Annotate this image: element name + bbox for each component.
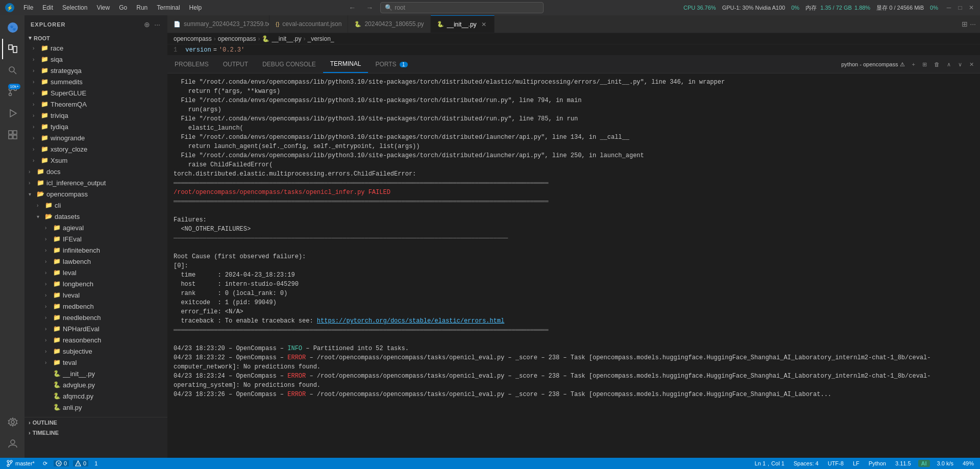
tree-item-lawbench[interactable]: ›📁lawbench [24,256,167,267]
tab-debug-console[interactable]: DEBUG CONSOLE [255,56,323,73]
terminal-content[interactable]: File "/root/.conda/envs/opencompass/lib/… [167,73,980,458]
status-perf[interactable]: 3.0 k/s [935,460,955,466]
tree-item-siqa[interactable]: ›📁siqa [24,54,167,65]
breadcrumb-init-py[interactable]: __init__.py [272,35,301,42]
new-terminal-button[interactable]: + [910,60,917,68]
tree-item-nphardeval[interactable]: ›📁NPHardEval [24,323,167,334]
minimize-icon[interactable]: ─ [944,3,953,12]
menu-item-file[interactable]: File [19,3,37,12]
tab-init-py[interactable]: 🐍 __init__.py ✕ [431,15,495,33]
tree-item-tydiqa[interactable]: ›📁tydiqa [24,121,167,132]
traceback-url[interactable]: https://pytorch.org/docs/stable/elastic/… [317,317,504,325]
more-tabs-button[interactable]: ··· [970,20,976,28]
tree-item-xstory-cloze[interactable]: ›📁xstory_cloze [24,143,167,155]
breadcrumb-opencompass1[interactable]: opencompass [174,35,212,42]
tab-ceval-json[interactable]: {} ceval-accountant.json [270,15,348,33]
activity-extensions[interactable] [2,125,22,145]
tree-item-opencompass[interactable]: ▾📂opencompass [24,188,167,200]
tree-item-summedits[interactable]: ›📁summedits [24,76,167,87]
collapse-panel-button[interactable]: ∧ [945,60,953,69]
tree-item-medbench[interactable]: ›📁medbench [24,301,167,312]
info-count[interactable]: 1 [92,460,100,466]
activity-avatar[interactable]: 🐾 [2,17,22,38]
git-branch[interactable]: master* [4,460,37,467]
status-ai[interactable]: AI [918,460,930,467]
status-line-ending[interactable]: LF [851,460,862,466]
breadcrumb-opencompass2[interactable]: opencompass [218,35,256,42]
sync-button[interactable]: ⟳ [41,460,50,467]
menu-item-run[interactable]: Run [132,3,152,12]
tree-item-lveval[interactable]: ›📁lveval [24,289,167,301]
tree-item-strategyqa[interactable]: ›📁strategyqa [24,65,167,76]
tab-init-py-close[interactable]: ✕ [480,20,488,29]
activity-explorer[interactable] [2,39,22,59]
status-encoding[interactable]: UTF-8 [826,460,846,466]
menu-item-terminal[interactable]: Terminal [153,3,184,12]
activity-profile[interactable] [2,433,22,454]
tab-ports[interactable]: PORTS 1 [368,56,414,73]
expand-panel-button[interactable]: ∨ [956,60,964,69]
tree-item-anli-py[interactable]: › 🐍 anli.py [24,402,167,413]
search-bar[interactable]: 🔍 root [380,2,544,13]
status-ln-col[interactable]: Ln 1, Col 1 [753,460,787,466]
tree-item-advglue-py[interactable]: › 🐍 advglue.py [24,379,167,390]
delete-terminal-button[interactable]: 🗑 [932,60,942,68]
tree-item-agieval[interactable]: ›📁agieval [24,222,167,233]
tab-problems[interactable]: PROBLEMS [167,56,216,73]
status-ln: Ln 1 [755,460,766,466]
nav-back-button[interactable]: ← [346,3,359,13]
close-panel-button[interactable]: ✕ [967,60,976,69]
outline-section-header[interactable]: › OUTLINE [24,417,167,428]
activity-settings[interactable] [2,412,22,432]
tree-item-leval[interactable]: ›📁leval [24,267,167,278]
tree-item-afqmcd-py[interactable]: › 🐍 afqmcd.py [24,390,167,402]
tree-item-datasets[interactable]: ▾📂datasets [24,211,167,222]
tree-item-superglue[interactable]: ›📁SuperGLUE [24,87,167,98]
python-env-label[interactable]: python - opencompass ⚠ [839,60,906,69]
activity-run[interactable] [2,103,22,124]
tree-item-xsum[interactable]: ›📁Xsum [24,155,167,166]
status-perf-value[interactable]: 49% [961,460,976,466]
breadcrumb-version[interactable]: _version_ [307,35,334,42]
tree-item-winogrande[interactable]: ›📁winogrande [24,132,167,143]
tree-item-init-py[interactable]: › 🐍 __init__.py [24,368,167,379]
menu-item-go[interactable]: Go [115,3,131,12]
status-language[interactable]: Python [867,460,888,466]
tree-item-longbench[interactable]: ›📁longbench [24,278,167,289]
tab-terminal[interactable]: TERMINAL [323,56,369,73]
tab-output[interactable]: OUTPUT [216,56,255,73]
tree-item-icl-inference-output[interactable]: ›📁icl_inference_output [24,177,167,188]
tree-item-infinitebench[interactable]: ›📁infinitebench [24,244,167,256]
status-spaces[interactable]: Spaces: 4 [792,460,821,466]
tree-item-cli[interactable]: ›📁cli [24,200,167,211]
tab-summary-txt[interactable]: 📄 summary_20240423_173259.txt [167,15,270,33]
new-file-button[interactable]: ⊕ [143,19,151,30]
timeline-section-header[interactable]: › TIMELINE [24,428,167,438]
activity-search[interactable] [2,60,22,81]
tree-item-teval[interactable]: ›📁teval [24,357,167,368]
split-terminal-button[interactable]: ⊞ [920,60,929,69]
nav-forward-button[interactable]: → [363,3,376,13]
warning-count[interactable]: ! 0 [73,460,88,466]
error-count[interactable]: ✕ 0 [54,460,69,466]
tree-item-subjective[interactable]: ›📁subjective [24,345,167,357]
menu-item-selection[interactable]: Selection [58,3,91,12]
tree-item-ifeval[interactable]: ›📁IFEval [24,233,167,244]
tree-item-reasonbench[interactable]: ›📁reasonbench [24,334,167,345]
tree-item-triviqa[interactable]: ›📁triviqa [24,110,167,121]
menu-item-help[interactable]: Help [185,3,206,12]
status-version[interactable]: 3.11.5 [893,460,913,466]
activity-source-control[interactable]: 10k+ [2,82,22,102]
close-icon[interactable]: ✕ [967,3,976,12]
split-editor-button[interactable]: ⊞ [962,20,968,28]
tree-item-race[interactable]: ›📁race [24,42,167,54]
root-section-header[interactable]: ▾ ROOT [24,34,167,42]
tree-item-theoremqa[interactable]: ›📁TheoremQA [24,98,167,110]
maximize-icon[interactable]: □ [955,3,965,12]
tree-item-docs[interactable]: ›📁docs [24,166,167,177]
menu-item-edit[interactable]: Edit [38,3,57,12]
tree-item-needlebench[interactable]: ›📁needlebench [24,312,167,323]
tab-py-file[interactable]: 🐍 20240423_180655.py [348,15,430,33]
menu-item-view[interactable]: View [92,3,114,12]
more-options-button[interactable]: ··· [153,19,161,30]
